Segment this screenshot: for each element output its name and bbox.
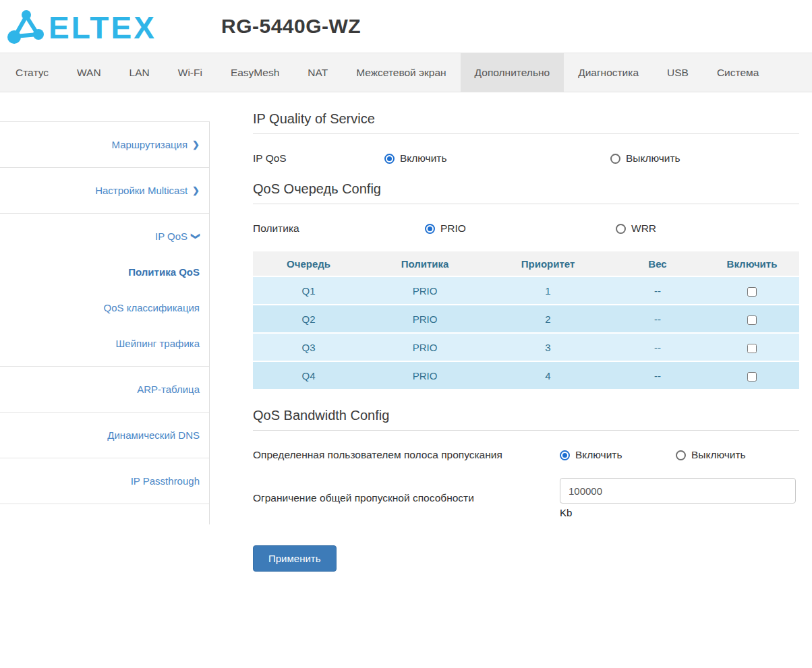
user-bandwidth-label: Определенная пользователем полоса пропус… (253, 449, 560, 461)
cell-weight: -- (610, 276, 705, 305)
bandwidth-limit-label: Ограничение общей пропускной способности (253, 492, 560, 504)
cell-priority: 2 (486, 305, 610, 333)
cell-policy: PRIO (364, 276, 486, 305)
bandwidth-unit-label: Kb (560, 507, 796, 518)
col-header-policy: Политика (364, 251, 486, 276)
policy-row: Политика PRIO WRR (253, 215, 799, 242)
sidebar-item-label: IP Passthrough (131, 475, 200, 487)
ip-qos-enable-radio[interactable]: Включить (384, 152, 610, 164)
cell-priority: 3 (486, 333, 610, 361)
cell-policy: PRIO (364, 305, 486, 333)
radio-label: Включить (575, 449, 622, 461)
bandwidth-disable-radio[interactable]: Выключить (676, 449, 746, 461)
tab-additional[interactable]: Дополнительно (461, 53, 564, 92)
sidebar-item-ip-qos[interactable]: IP QoS ❯ (0, 218, 209, 254)
table-row: Q1 PRIO 1 -- (253, 276, 799, 305)
cell-policy: PRIO (364, 333, 486, 361)
radio-label: Включить (400, 152, 447, 164)
tab-nat[interactable]: NAT (293, 53, 342, 92)
sidebar-item-label: QoS классификация (104, 302, 200, 313)
cell-queue: Q1 (253, 276, 364, 305)
sidebar-item-label: Политика QoS (128, 266, 200, 278)
sidebar-group-ip-qos: IP QoS ❯ Политика QoS QoS классификация … (0, 214, 209, 367)
chevron-right-icon: ❯ (192, 140, 200, 150)
tab-lan[interactable]: LAN (115, 53, 164, 92)
cell-weight: -- (610, 361, 705, 390)
main-nav: Статус WAN LAN Wi-Fi EasyMesh NAT Межсет… (0, 53, 812, 92)
ip-qos-row: IP QoS Включить Выключить (253, 145, 799, 172)
cell-weight: -- (610, 333, 705, 361)
chevron-down-icon: ❯ (191, 233, 201, 240)
eltex-logo: ELTEX (5, 7, 169, 45)
radio-selected-icon[interactable] (425, 224, 435, 234)
ip-qos-label: IP QoS (253, 152, 384, 164)
logo-wordmark: ELTEX (49, 10, 156, 45)
tab-easymesh[interactable]: EasyMesh (216, 53, 293, 92)
ip-qos-disable-radio[interactable]: Выключить (610, 152, 680, 164)
sidebar-item-label: Настройки Multicast (95, 185, 187, 196)
sidebar-group-passthrough: IP Passthrough (0, 458, 209, 504)
radio-unselected-icon[interactable] (610, 154, 620, 164)
cell-queue: Q4 (253, 361, 364, 390)
sidebar-item-arp-table[interactable]: ARP-таблица (0, 371, 209, 407)
qos-queue-table: Очередь Политика Приоритет Вес Включить … (253, 251, 799, 390)
tab-system[interactable]: Система (703, 53, 773, 92)
sidebar-group-arp: ARP-таблица (0, 367, 209, 413)
bandwidth-enable-radio[interactable]: Включить (560, 449, 676, 461)
sidebar-item-qos-policy[interactable]: Политика QoS (0, 254, 209, 290)
section-title-ip-qos: IP Quality of Service (253, 111, 799, 134)
queue-enable-checkbox[interactable] (747, 315, 757, 325)
policy-label: Политика (253, 222, 425, 235)
sidebar-item-multicast[interactable]: Настройки Multicast ❯ (0, 173, 209, 208)
tab-firewall[interactable]: Межсетевой экран (342, 53, 460, 92)
app-header: ELTEX RG-5440G-WZ (0, 0, 812, 53)
radio-label: Выключить (691, 449, 746, 461)
radio-label: PRIO (440, 222, 466, 235)
radio-unselected-icon[interactable] (676, 450, 686, 460)
sidebar-group-multicast: Настройки Multicast ❯ (0, 168, 209, 214)
section-title-bandwidth-config: QoS Bandwidth Config (253, 408, 799, 431)
chevron-right-icon: ❯ (192, 185, 200, 195)
sidebar-item-label: ARP-таблица (137, 384, 200, 395)
sidebar: Маршрутизация ❯ Настройки Multicast ❯ IP… (0, 121, 210, 524)
tab-status[interactable]: Статус (1, 53, 63, 92)
sidebar-item-traffic-shaping[interactable]: Шейпинг трафика (0, 326, 209, 361)
policy-prio-radio[interactable]: PRIO (425, 222, 616, 235)
sidebar-item-ip-passthrough[interactable]: IP Passthrough (0, 463, 209, 499)
bandwidth-limit-input[interactable] (560, 478, 796, 504)
radio-label: Выключить (626, 152, 680, 164)
policy-wrr-radio[interactable]: WRR (616, 222, 656, 235)
radio-selected-icon[interactable] (384, 154, 395, 164)
cell-priority: 1 (486, 276, 610, 305)
sidebar-item-dynamic-dns[interactable]: Динамический DNS (0, 417, 209, 453)
apply-button[interactable]: Применить (253, 545, 337, 572)
cell-queue: Q2 (253, 305, 364, 333)
col-header-queue: Очередь (253, 251, 364, 276)
cell-weight: -- (610, 305, 705, 333)
sidebar-item-qos-classification[interactable]: QoS классификация (0, 290, 209, 326)
col-header-weight: Вес (610, 251, 705, 276)
device-model-title: RG-5440G-WZ (221, 15, 361, 38)
bandwidth-limit-row: Ограничение общей пропускной способности… (253, 478, 799, 518)
queue-enable-checkbox[interactable] (747, 372, 757, 382)
cell-queue: Q3 (253, 333, 364, 361)
radio-label: WRR (631, 222, 656, 235)
section-title-queue-config: QoS Очередь Config (253, 181, 799, 204)
table-header-row: Очередь Политика Приоритет Вес Включить (253, 251, 799, 276)
tab-diagnostics[interactable]: Диагностика (564, 53, 653, 92)
queue-enable-checkbox[interactable] (747, 287, 757, 297)
cell-policy: PRIO (364, 361, 486, 390)
main-content: IP Quality of Service IP QoS Включить Вы… (210, 92, 812, 572)
cell-priority: 4 (486, 361, 610, 390)
tab-usb[interactable]: USB (653, 53, 703, 92)
tab-wifi[interactable]: Wi-Fi (164, 53, 216, 92)
tab-wan[interactable]: WAN (63, 53, 115, 92)
radio-unselected-icon[interactable] (616, 224, 626, 234)
sidebar-item-routing[interactable]: Маршрутизация ❯ (0, 127, 209, 162)
table-row: Q2 PRIO 2 -- (253, 305, 799, 333)
sidebar-item-label: IP QoS (155, 231, 187, 242)
radio-selected-icon[interactable] (560, 450, 570, 460)
queue-enable-checkbox[interactable] (747, 344, 757, 353)
sidebar-group-routing: Маршрутизация ❯ (0, 122, 209, 168)
col-header-enable: Включить (705, 251, 799, 276)
